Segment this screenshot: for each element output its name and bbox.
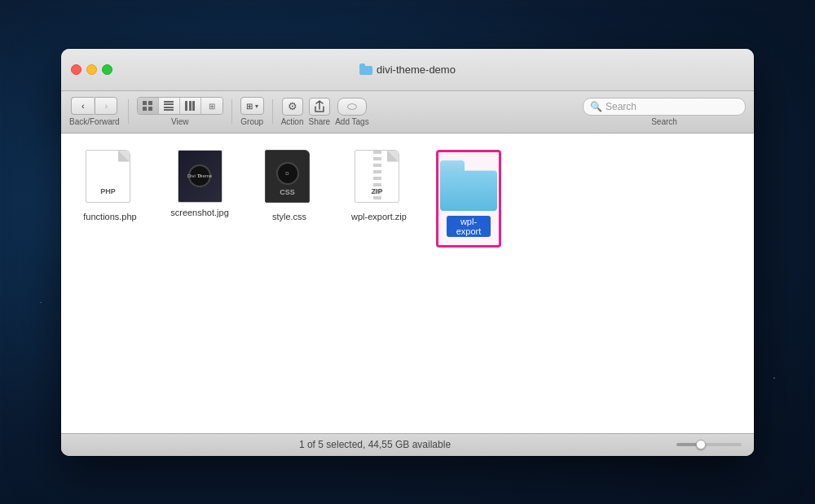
filename-functions-php: functions.php <box>83 212 136 221</box>
search-area: 🔍 Search Search <box>583 98 746 126</box>
share-label: Share <box>308 117 330 126</box>
toolbar-separator-3 <box>272 99 273 124</box>
toolbar-separator-2 <box>231 99 232 124</box>
folder-icon <box>440 160 497 211</box>
file-item-screenshot-jpg[interactable]: D screenshot.jpg <box>167 150 232 217</box>
action-button[interactable]: ⚙ <box>282 98 303 116</box>
add-tags-control: ⬭ Add Tags <box>335 98 369 126</box>
forward-arrow-icon: › <box>105 101 108 111</box>
status-bar: 1 of 5 selected, 44,55 GB available <box>61 433 754 456</box>
file-item-wpl-export-zip[interactable]: ZIP wpl-export.zip <box>346 150 412 221</box>
zip-file-icon: ZIP <box>355 150 403 207</box>
close-button[interactable] <box>71 64 82 75</box>
filename-wpl-export-zip: wpl-export.zip <box>351 212 407 221</box>
icon-view-button[interactable] <box>138 98 159 114</box>
zoom-slider[interactable] <box>676 443 742 446</box>
toolbar-separator-1 <box>128 99 129 124</box>
list-view-icon <box>164 101 174 111</box>
title-bar: divi-theme-demo <box>61 49 754 91</box>
filename-style-css: style.css <box>272 212 306 221</box>
title-folder-icon <box>359 64 372 75</box>
toolbar: ‹ › Back/Forward <box>61 91 754 134</box>
view-label: View <box>171 117 189 126</box>
grid-view-icon <box>143 101 152 111</box>
view-group: ⊞ View <box>137 97 223 126</box>
css-file-icon: D CSS <box>265 150 314 207</box>
cover-view-button[interactable]: ⊞ <box>201 98 222 114</box>
group-chevron-icon: ▾ <box>255 103 258 110</box>
back-arrow-icon: ‹ <box>82 101 85 111</box>
view-buttons: ⊞ <box>137 97 223 115</box>
tag-icon: ⬭ <box>347 99 357 113</box>
search-icon: 🔍 <box>590 101 602 112</box>
file-item-style-css[interactable]: D CSS style.css <box>257 150 322 221</box>
search-box[interactable]: 🔍 Search <box>583 98 746 116</box>
window-title: divi-theme-demo <box>359 64 456 76</box>
back-forward-label: Back/Forward <box>69 117 120 126</box>
file-item-functions-php[interactable]: PHP functions.php <box>77 150 143 221</box>
action-control: ⚙ Action <box>281 98 304 126</box>
minimize-button[interactable] <box>86 64 97 75</box>
finder-window: divi-theme-demo ‹ › Back/Forward <box>61 49 754 456</box>
share-icon <box>314 100 325 113</box>
back-button[interactable]: ‹ <box>71 97 94 115</box>
cover-view-icon: ⊞ <box>209 102 215 111</box>
back-forward-group: ‹ › Back/Forward <box>69 97 120 126</box>
maximize-button[interactable] <box>102 64 112 75</box>
action-gear-icon: ⚙ <box>288 100 297 112</box>
php-file-icon: PHP <box>86 150 134 207</box>
share-button[interactable] <box>309 98 330 116</box>
group-control: ⊞ ▾ Group <box>240 97 264 126</box>
column-view-icon <box>185 101 195 111</box>
jpg-file-icon: D <box>178 150 222 203</box>
css-label: CSS <box>280 188 295 196</box>
add-tags-button[interactable]: ⬭ <box>337 98 367 116</box>
column-view-button[interactable] <box>180 98 201 114</box>
forward-button[interactable]: › <box>95 97 117 115</box>
group-label: Group <box>240 117 263 126</box>
php-label: PHP <box>100 187 116 195</box>
share-control: Share <box>308 98 330 126</box>
search-label: Search <box>651 117 677 126</box>
group-button[interactable]: ⊞ ▾ <box>240 97 264 115</box>
divi-thumbnail: D <box>188 164 211 187</box>
zoom-slider-area <box>676 443 742 446</box>
filename-screenshot-jpg: screenshot.jpg <box>170 208 229 217</box>
status-text: 1 of 5 selected, 44,55 GB available <box>73 439 676 450</box>
add-tags-label: Add Tags <box>335 117 369 126</box>
list-view-button[interactable] <box>159 98 180 114</box>
zip-label: ZIP <box>371 187 382 195</box>
group-grid-icon: ⊞ <box>246 102 253 111</box>
folder-filename: wpl-export <box>447 216 491 237</box>
file-item-wpl-export-folder[interactable]: wpl-export <box>436 150 501 248</box>
zoom-thumb <box>696 440 706 449</box>
content-area: PHP functions.php D screenshot.jpg D C <box>61 134 754 433</box>
traffic-lights <box>71 64 112 75</box>
search-placeholder: Search <box>606 101 637 112</box>
action-label: Action <box>281 117 304 126</box>
css-divi-logo: D <box>276 162 299 185</box>
